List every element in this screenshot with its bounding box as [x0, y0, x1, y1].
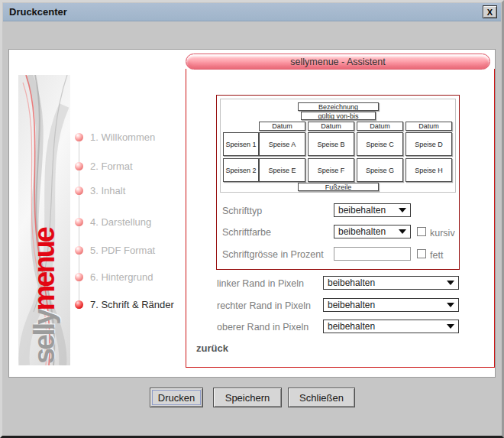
schrifttyp-label: Schrifttyp [222, 206, 262, 216]
schliessen-button[interactable]: Schließen [288, 388, 355, 407]
wizard-step-willkommen: 1. Willkommen [75, 132, 155, 142]
chevron-down-icon [447, 281, 454, 285]
step-bullet-icon [75, 133, 83, 141]
druckcenter-window: Druckcenter X sellymenue 1. Willkommen 2… [0, 0, 504, 438]
preview-row-header: Speisen 1 [223, 132, 259, 156]
step-bullet-icon [75, 300, 83, 309]
preview-cell: Speise G [357, 158, 403, 182]
schriftgroesse-label: Schriftgrösse in Prozent [222, 249, 324, 260]
step-bullet-icon [75, 187, 83, 195]
assistant-banner: sellymenue - Assistent [186, 54, 490, 70]
step-bullet-icon [75, 162, 83, 170]
wizard-step-format: 2. Format [75, 161, 133, 171]
chevron-down-icon [399, 229, 406, 234]
wizard-step-hintergrund: 6. Hintergrund [75, 272, 153, 282]
step-bullet-icon [75, 273, 83, 281]
layout-preview: Bezeichnung gültig von-bis Datum Datum D… [220, 99, 456, 193]
rechter-rand-dropdown[interactable]: beibehalten [323, 298, 459, 312]
step-bullet-icon [75, 246, 83, 255]
fett-checkbox[interactable] [417, 249, 426, 258]
preview-cell: Speise A [259, 132, 305, 156]
preview-cell: Speise H [405, 158, 452, 182]
preview-cell: Speise F [308, 158, 354, 182]
title-bar: Druckcenter X [3, 3, 501, 21]
step-label: 1. Willkommen [90, 131, 155, 143]
chevron-down-icon [447, 303, 454, 307]
close-button[interactable]: X [483, 5, 497, 18]
preview-cell: Speise D [405, 132, 452, 156]
dropdown-value: beibehalten [328, 300, 375, 310]
banner-title: sellymenue - Assistent [290, 57, 385, 67]
wizard-step-pdf-format: 5. PDF Format [75, 245, 155, 255]
step-label: 3. Inhalt [90, 185, 125, 196]
linker-rand-label: linker Rand in Pixeln [217, 278, 304, 289]
schriftgroesse-input[interactable] [334, 247, 411, 261]
preview-datum-header: Datum [259, 122, 305, 131]
zurueck-link[interactable]: zurück [196, 342, 228, 354]
fett-label: fett [430, 250, 443, 261]
preview-fusszeile: Fußzeile [298, 183, 379, 191]
preview-gueltig-von-bis: gültig von-bis [301, 112, 376, 120]
drucken-button[interactable]: Drucken [150, 388, 203, 407]
sidebar-artwork: sellymenue [18, 75, 70, 365]
rechter-rand-label: rechter Rand in Pixeln [217, 300, 311, 311]
kursiv-checkbox[interactable] [417, 227, 426, 236]
schrifttyp-dropdown[interactable]: beibehalten [334, 203, 411, 217]
dropdown-value: beibehalten [338, 226, 386, 237]
preview-cell: Speise C [357, 132, 403, 156]
preview-datum-header: Datum [308, 122, 354, 131]
chevron-down-icon [447, 324, 454, 329]
preview-row-header: Speisen 2 [223, 158, 259, 182]
step-label: 6. Hintergrund [90, 271, 153, 283]
wizard-step-darstellung: 4. Darstellung [75, 217, 151, 227]
step-label: 2. Format [90, 161, 133, 172]
oberer-rand-label: oberer Rand in Pixeln [217, 322, 309, 333]
sellymenue-logo: sellymenue [30, 229, 59, 364]
dropdown-value: beibehalten [328, 277, 375, 288]
step-label: 4. Darstellung [90, 216, 151, 228]
dropdown-value: beibehalten [328, 321, 375, 332]
oberer-rand-dropdown[interactable]: beibehalten [323, 320, 459, 333]
schriftfarbe-dropdown[interactable]: beibehalten [334, 225, 411, 238]
chevron-down-icon [399, 208, 406, 213]
schriftfarbe-label: Schriftfarbe [222, 227, 271, 238]
preview-cell: Speise E [259, 158, 305, 182]
step-bullet-icon [75, 218, 83, 226]
logo-selly: selly [28, 310, 60, 364]
step-label: 7. Schrift & Ränder [90, 299, 174, 310]
wizard-step-schrift-raender: 7. Schrift & Ränder [75, 300, 174, 310]
kursiv-label: kursiv [430, 228, 455, 238]
preview-cell: Speise B [308, 132, 354, 156]
preview-datum-header: Datum [405, 122, 452, 131]
window-title: Druckcenter [3, 6, 67, 18]
preview-bezeichnung: Bezeichnung [298, 102, 379, 111]
step-label: 5. PDF Format [90, 245, 155, 256]
linker-rand-dropdown[interactable]: beibehalten [323, 276, 459, 290]
logo-menue: menue [28, 229, 60, 310]
speichern-button[interactable]: Speichern [213, 388, 282, 407]
wizard-step-inhalt: 3. Inhalt [75, 186, 125, 196]
preview-datum-header: Datum [357, 122, 403, 131]
dropdown-value: beibehalten [338, 205, 386, 216]
close-icon: X [487, 8, 493, 17]
